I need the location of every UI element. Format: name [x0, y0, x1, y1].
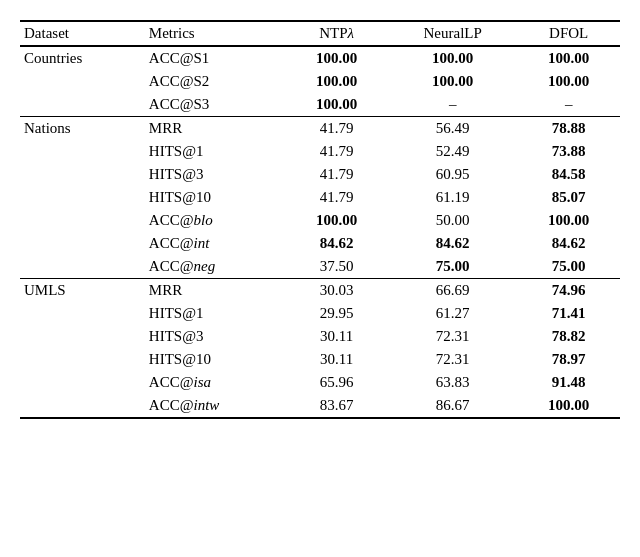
ntpl-cell: 65.96	[285, 371, 388, 394]
dataset-cell	[20, 93, 137, 117]
neurallp-cell: 72.31	[388, 325, 517, 348]
table-row: ACC@S3100.00––	[20, 93, 620, 117]
metric-cell: HITS@1	[137, 140, 286, 163]
ntpl-cell: 100.00	[285, 46, 388, 70]
dataset-cell: Nations	[20, 117, 137, 141]
dfol-cell: 91.48	[517, 371, 620, 394]
metric-cell: MRR	[137, 117, 286, 141]
dfol-cell: 75.00	[517, 255, 620, 279]
ntpl-cell: 30.11	[285, 348, 388, 371]
ntpl-cell: 100.00	[285, 93, 388, 117]
neurallp-cell: 100.00	[388, 70, 517, 93]
dfol-cell: –	[517, 93, 620, 117]
neurallp-cell: 50.00	[388, 209, 517, 232]
table-row: ACC@int84.6284.6284.62	[20, 232, 620, 255]
ntpl-cell: 30.11	[285, 325, 388, 348]
ntpl-cell: 84.62	[285, 232, 388, 255]
metric-cell: HITS@3	[137, 325, 286, 348]
table-row: HITS@1041.7961.1985.07	[20, 186, 620, 209]
results-table: DatasetMetricsNTPλNeuralLPDFOL Countries…	[20, 20, 620, 419]
dfol-cell: 73.88	[517, 140, 620, 163]
ntpl-cell: 30.03	[285, 279, 388, 303]
table-row: ACC@isa65.9663.8391.48	[20, 371, 620, 394]
ntpl-cell: 83.67	[285, 394, 388, 418]
ntpl-cell: 41.79	[285, 163, 388, 186]
metric-cell: ACC@S1	[137, 46, 286, 70]
neurallp-cell: 61.19	[388, 186, 517, 209]
header-row: DatasetMetricsNTPλNeuralLPDFOL	[20, 21, 620, 46]
table-row: ACC@blo100.0050.00100.00	[20, 209, 620, 232]
dataset-cell	[20, 186, 137, 209]
dataset-cell	[20, 209, 137, 232]
metric-cell: HITS@10	[137, 186, 286, 209]
neurallp-cell: 61.27	[388, 302, 517, 325]
neurallp-cell: 56.49	[388, 117, 517, 141]
neurallp-cell: 100.00	[388, 46, 517, 70]
ntpl-cell: 100.00	[285, 209, 388, 232]
metric-cell: ACC@blo	[137, 209, 286, 232]
column-header-0: Dataset	[20, 21, 137, 46]
dfol-cell: 100.00	[517, 46, 620, 70]
neurallp-cell: 63.83	[388, 371, 517, 394]
dataset-cell	[20, 140, 137, 163]
metric-cell: MRR	[137, 279, 286, 303]
dataset-cell	[20, 325, 137, 348]
dfol-cell: 84.58	[517, 163, 620, 186]
dfol-cell: 84.62	[517, 232, 620, 255]
dfol-cell: 100.00	[517, 209, 620, 232]
table-row: HITS@1030.1172.3178.97	[20, 348, 620, 371]
dfol-cell: 78.97	[517, 348, 620, 371]
metric-cell: HITS@3	[137, 163, 286, 186]
dataset-cell	[20, 348, 137, 371]
column-header-2: NTPλ	[285, 21, 388, 46]
ntpl-cell: 37.50	[285, 255, 388, 279]
dfol-cell: 74.96	[517, 279, 620, 303]
metric-cell: ACC@isa	[137, 371, 286, 394]
metric-cell: ACC@int	[137, 232, 286, 255]
dataset-cell	[20, 371, 137, 394]
dataset-cell	[20, 70, 137, 93]
dfol-cell: 71.41	[517, 302, 620, 325]
table-row: ACC@S2100.00100.00100.00	[20, 70, 620, 93]
dfol-cell: 100.00	[517, 70, 620, 93]
metric-cell: ACC@S2	[137, 70, 286, 93]
dfol-cell: 78.82	[517, 325, 620, 348]
ntpl-cell: 29.95	[285, 302, 388, 325]
column-header-3: NeuralLP	[388, 21, 517, 46]
table-row: HITS@141.7952.4973.88	[20, 140, 620, 163]
neurallp-cell: 72.31	[388, 348, 517, 371]
table-row: HITS@129.9561.2771.41	[20, 302, 620, 325]
neurallp-cell: 66.69	[388, 279, 517, 303]
table-row: HITS@330.1172.3178.82	[20, 325, 620, 348]
neurallp-cell: 75.00	[388, 255, 517, 279]
table-row: ACC@intw83.6786.67100.00	[20, 394, 620, 418]
metric-cell: HITS@10	[137, 348, 286, 371]
dataset-cell: UMLS	[20, 279, 137, 303]
ntpl-cell: 41.79	[285, 140, 388, 163]
dataset-cell	[20, 302, 137, 325]
neurallp-cell: 84.62	[388, 232, 517, 255]
column-header-1: Metrics	[137, 21, 286, 46]
metric-cell: ACC@S3	[137, 93, 286, 117]
column-header-4: DFOL	[517, 21, 620, 46]
dataset-cell	[20, 255, 137, 279]
dataset-cell	[20, 394, 137, 418]
ntpl-cell: 100.00	[285, 70, 388, 93]
neurallp-cell: 52.49	[388, 140, 517, 163]
metric-cell: HITS@1	[137, 302, 286, 325]
dfol-cell: 85.07	[517, 186, 620, 209]
dataset-cell: Countries	[20, 46, 137, 70]
table-row: CountriesACC@S1100.00100.00100.00	[20, 46, 620, 70]
table-row: UMLSMRR30.0366.6974.96	[20, 279, 620, 303]
neurallp-cell: –	[388, 93, 517, 117]
metric-cell: ACC@neg	[137, 255, 286, 279]
dfol-cell: 100.00	[517, 394, 620, 418]
ntpl-cell: 41.79	[285, 186, 388, 209]
neurallp-cell: 60.95	[388, 163, 517, 186]
neurallp-cell: 86.67	[388, 394, 517, 418]
table-row: ACC@neg37.5075.0075.00	[20, 255, 620, 279]
ntpl-cell: 41.79	[285, 117, 388, 141]
dfol-cell: 78.88	[517, 117, 620, 141]
table-row: NationsMRR41.7956.4978.88	[20, 117, 620, 141]
dataset-cell	[20, 232, 137, 255]
